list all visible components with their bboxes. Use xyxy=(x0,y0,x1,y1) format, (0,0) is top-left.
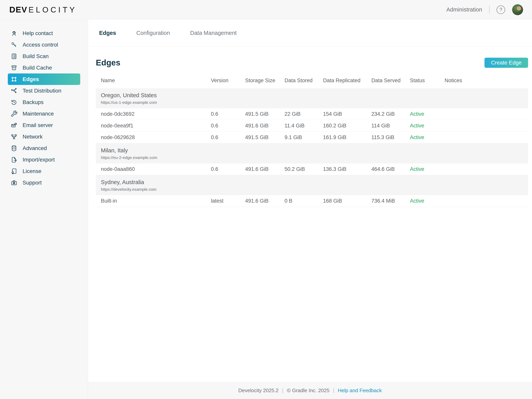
administration-link[interactable]: Administration xyxy=(446,6,482,13)
group-url: https://develocity.example.com xyxy=(101,187,528,192)
group-url: https://us-1-edge.example.com xyxy=(101,100,528,105)
sidebar-item-email-server[interactable]: Email server xyxy=(8,119,80,131)
cell-name: node-0dc3692 xyxy=(96,111,211,117)
edge-row-node-0eea9f1: node-0eea9f10.6491.6 GiB11.4 GiB160.2 Gi… xyxy=(96,120,528,132)
topbar: DEV ELOCITY Administration ? xyxy=(0,0,532,19)
help-icon[interactable]: ? xyxy=(497,6,505,14)
cell-version: 0.6 xyxy=(211,111,245,117)
sidebar-item-label: Network xyxy=(23,134,43,140)
cell-data-replicated: 168 GiB xyxy=(323,198,371,204)
sidebar-item-maintenance[interactable]: Maintenance xyxy=(8,108,80,119)
cell-data-stored: 50.2 GiB xyxy=(285,166,323,172)
sidebar-item-license[interactable]: License xyxy=(8,165,80,177)
access-control-icon xyxy=(11,41,18,48)
sidebar-item-support[interactable]: Support xyxy=(8,177,80,188)
footer-separator: | xyxy=(282,387,284,393)
sidebar-item-build-scan[interactable]: Build Scan xyxy=(8,51,80,62)
column-header-notices: Notices xyxy=(444,77,528,84)
page-head: Edges Create Edge xyxy=(88,47,532,68)
sidebar-nav: Help contactAccess controlBuild ScanBuil… xyxy=(0,27,88,188)
footer-copyright: © Gradle Inc. 2025 xyxy=(287,387,329,393)
column-header-version: Version xyxy=(211,77,245,84)
tab-data-management[interactable]: Data Management xyxy=(187,30,240,36)
create-edge-button[interactable]: Create Edge xyxy=(484,58,528,68)
column-header-status: Status xyxy=(410,77,444,84)
cell-version: 0.6 xyxy=(211,123,245,129)
main-row: Help contactAccess controlBuild ScanBuil… xyxy=(0,19,532,399)
support-icon xyxy=(11,179,18,186)
footer: Develocity 2025.2 | © Gradle Inc. 2025 |… xyxy=(88,382,532,399)
test-distribution-icon xyxy=(11,87,18,94)
cell-data-stored: 11.4 GiB xyxy=(285,123,323,129)
cell-data-stored: 0 B xyxy=(285,198,323,204)
sidebar-item-test-distribution[interactable]: Test Distribution xyxy=(8,85,80,97)
help-contact-icon xyxy=(11,30,18,37)
cell-data-replicated: 136.3 GiB xyxy=(323,166,371,172)
cell-data-stored: 9.1 GiB xyxy=(285,135,323,141)
tabbar: EdgesConfigurationData Management xyxy=(88,19,532,47)
cell-data-served: 464.6 GiB xyxy=(371,166,410,172)
backups-icon xyxy=(11,99,18,106)
cell-data-served: 736.4 MiB xyxy=(371,198,410,204)
avatar[interactable] xyxy=(512,4,523,15)
sidebar-item-network[interactable]: Network xyxy=(8,131,80,142)
tab-configuration[interactable]: Configuration xyxy=(133,30,173,36)
develocity-logo: DEV ELOCITY xyxy=(9,5,77,14)
advanced-icon xyxy=(11,145,18,152)
sidebar-item-edges[interactable]: Edges xyxy=(8,73,80,85)
network-icon xyxy=(11,133,18,140)
cell-status: Active xyxy=(410,111,444,117)
maintenance-icon xyxy=(11,110,18,117)
sidebar-item-label: Advanced xyxy=(23,145,47,151)
cell-name: Built-in xyxy=(96,198,211,204)
sidebar-item-label: Build Scan xyxy=(23,53,49,59)
cell-data-stored: 22 GiB xyxy=(285,111,323,117)
edge-row-node-0dc3692: node-0dc36920.6491.5 GiB22 GiB154 GiB234… xyxy=(96,108,528,120)
group-url: https://eu-2-edge.example.com xyxy=(101,155,528,160)
sidebar-item-label: Import/export xyxy=(23,157,55,163)
sidebar-item-label: Build Cache xyxy=(23,65,52,71)
table-body: Oregon, United Stateshttps://us-1-edge.e… xyxy=(96,88,528,207)
cell-version: 0.6 xyxy=(211,135,245,141)
logo-bold-text: DEV xyxy=(9,5,27,14)
build-cache-icon xyxy=(11,64,18,71)
cell-data-replicated: 160.2 GiB xyxy=(323,123,371,129)
edge-group-header-oregon-united-states: Oregon, United Stateshttps://us-1-edge.e… xyxy=(96,88,528,108)
sidebar-item-access-control[interactable]: Access control xyxy=(8,39,80,51)
email-server-icon xyxy=(11,122,18,129)
logo-light-text: ELOCITY xyxy=(28,6,77,14)
group-location: Oregon, United States xyxy=(101,92,528,99)
sidebar-item-label: Maintenance xyxy=(23,111,54,117)
sidebar-item-build-cache[interactable]: Build Cache xyxy=(8,62,80,73)
cell-name: node-0629628 xyxy=(96,135,211,141)
help-and-feedback-link[interactable]: Help and Feedback xyxy=(338,387,382,393)
cell-data-served: 234.2 GiB xyxy=(371,111,410,117)
sidebar-item-import-export[interactable]: Import/export xyxy=(8,154,80,165)
group-location: Milan, Italy xyxy=(101,147,528,154)
edges-icon xyxy=(11,76,18,83)
import-export-icon xyxy=(11,156,18,163)
sidebar-item-label: Access control xyxy=(23,42,58,48)
sidebar-item-advanced[interactable]: Advanced xyxy=(8,142,80,154)
cell-status: Active xyxy=(410,198,444,204)
tab-edges[interactable]: Edges xyxy=(96,30,119,36)
content: EdgesConfigurationData Management Edges … xyxy=(88,19,532,399)
build-scan-icon xyxy=(11,53,18,60)
cell-name: node-0eea9f1 xyxy=(96,123,211,129)
column-header-data-served: Data Served xyxy=(371,77,410,84)
sidebar-item-backups[interactable]: Backups xyxy=(8,97,80,108)
cell-storage-size: 491.5 GiB xyxy=(245,135,285,141)
cell-data-served: 114 GiB xyxy=(371,123,410,129)
sidebar-item-label: Test Distribution xyxy=(23,88,61,94)
cell-storage-size: 491.6 GiB xyxy=(245,166,285,172)
cell-version: latest xyxy=(211,198,245,204)
sidebar-item-label: Backups xyxy=(23,99,44,105)
column-header-data-replicated: Data Replicated xyxy=(323,77,371,84)
cell-name: node-0aaa860 xyxy=(96,166,211,172)
sidebar: Help contactAccess controlBuild ScanBuil… xyxy=(0,19,88,399)
cell-storage-size: 491.5 GiB xyxy=(245,111,285,117)
app-root: DEV ELOCITY Administration ? Help contac… xyxy=(0,0,532,399)
topbar-divider xyxy=(489,6,489,14)
cell-data-served: 115.3 GiB xyxy=(371,135,410,141)
sidebar-item-help-contact[interactable]: Help contact xyxy=(8,27,80,39)
